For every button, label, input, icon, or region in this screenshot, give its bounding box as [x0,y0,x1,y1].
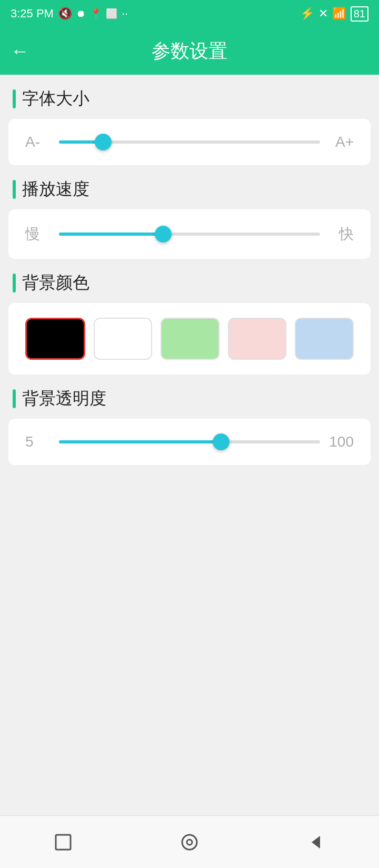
font-size-track[interactable] [59,140,320,144]
bg-color-header: 背景颜色 [0,271,379,295]
status-bar: 3:25 PM 🔇 ⏺ 📍 ⬜ ·· ⚡ ✕ 📶 81 [0,0,379,27]
location-icon: 📍 [90,8,102,19]
bg-opacity-indicator [13,389,16,408]
font-size-card: A- A+ [8,119,371,165]
font-size-indicator [13,89,16,108]
bg-opacity-fill [59,440,221,443]
playback-speed-section: 播放速度 慢 快 [0,178,379,259]
bg-opacity-min-label: 5 [25,433,51,450]
content-area: 字体大小 A- A+ 播放速度 慢 [0,75,379,815]
playback-speed-indicator [13,180,16,199]
playback-speed-title: 播放速度 [22,178,89,201]
playback-speed-min-label: 慢 [25,224,51,244]
color-swatch-green[interactable] [161,318,220,360]
playback-speed-header: 播放速度 [0,178,379,201]
font-size-section: 字体大小 A- A+ [0,87,379,165]
battery-icon: 81 [351,6,368,22]
svg-point-1 [182,835,197,850]
font-size-title: 字体大小 [22,87,89,110]
color-options [25,318,354,360]
bg-opacity-slider-row: 5 100 [25,433,354,450]
bluetooth-icon: ⚡ [300,7,314,21]
back-button[interactable]: ← [11,40,29,62]
status-right: ⚡ ✕ 📶 81 [300,6,368,22]
playback-speed-track[interactable] [59,233,320,236]
bg-opacity-card: 5 100 [8,419,371,465]
bg-color-indicator [13,274,16,292]
color-swatch-blue[interactable] [295,318,354,360]
bottom-nav [0,815,379,868]
bg-opacity-thumb[interactable] [213,433,230,450]
bg-opacity-header: 背景透明度 [0,387,379,410]
playback-speed-card: 慢 快 [8,209,371,259]
font-size-min-label: A- [25,134,51,150]
status-time: 3:25 PM [11,7,54,21]
nav-home-button[interactable] [177,830,202,855]
playback-speed-max-label: 快 [328,224,354,244]
bg-opacity-max-label: 100 [328,433,354,450]
color-swatch-black[interactable] [25,318,85,360]
page-title: 参数设置 [152,38,227,64]
playback-speed-fill [59,233,163,236]
bg-color-section: 背景颜色 [0,271,379,375]
status-left: 3:25 PM 🔇 ⏺ 📍 ⬜ ·· [11,7,128,21]
svg-rect-0 [56,835,71,850]
app-bar: ← 参数设置 [0,27,379,75]
bg-color-title: 背景颜色 [22,271,89,295]
font-size-header: 字体大小 [0,87,379,110]
font-size-thumb[interactable] [95,134,112,150]
bg-opacity-title: 背景透明度 [22,387,106,410]
bg-opacity-section: 背景透明度 5 100 [0,387,379,465]
bg-color-card [8,303,371,375]
playback-speed-slider-row: 慢 快 [25,224,354,244]
color-swatch-pink[interactable] [228,318,287,360]
bg-opacity-track[interactable] [59,440,320,443]
square-icon: ⬜ [106,8,117,19]
mute-icon: 🔇 [58,7,72,21]
wifi-icon: 📶 [332,7,346,21]
font-size-slider-row: A- A+ [25,134,354,150]
dots-icon: ·· [122,7,128,21]
signal-icon: ✕ [318,7,328,21]
playback-speed-thumb[interactable] [155,226,172,243]
svg-point-2 [187,840,192,845]
privacy-icon: ⏺ [76,8,86,19]
svg-marker-3 [312,836,320,849]
nav-back-button[interactable] [303,830,328,855]
nav-square-button[interactable] [51,830,76,855]
font-size-max-label: A+ [328,134,354,150]
color-swatch-white[interactable] [94,318,153,360]
